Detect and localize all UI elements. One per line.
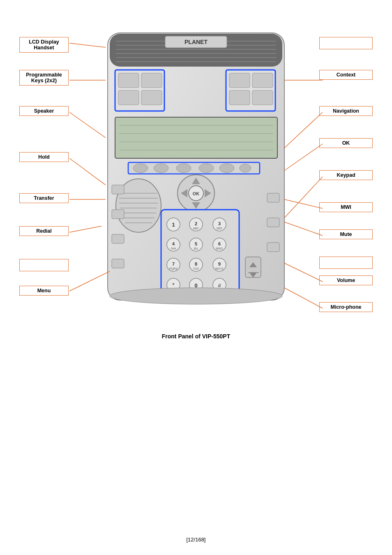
svg-rect-12 <box>141 73 162 88</box>
label-blank-right-mid <box>319 257 373 269</box>
svg-text:7: 7 <box>172 261 175 266</box>
svg-point-29 <box>199 164 214 173</box>
svg-rect-50 <box>112 259 124 268</box>
svg-text:ABC: ABC <box>193 227 199 230</box>
svg-rect-13 <box>118 90 139 105</box>
label-keypad: Keypad <box>319 170 373 180</box>
svg-rect-11 <box>118 73 139 88</box>
svg-text:1: 1 <box>172 222 175 228</box>
svg-point-26 <box>133 164 148 173</box>
label-context: Context <box>319 70 373 80</box>
label-mute: Mute <box>319 229 373 239</box>
label-ok: OK <box>319 138 373 148</box>
svg-text:JKL: JKL <box>194 247 198 250</box>
label-lcd: LCD DisplayHandset <box>19 37 69 53</box>
svg-rect-20 <box>115 117 277 158</box>
svg-text:6: 6 <box>218 241 221 246</box>
svg-rect-49 <box>112 234 124 243</box>
phone-diagram: PLANET <box>75 21 317 317</box>
svg-rect-17 <box>252 73 273 88</box>
svg-text:5: 5 <box>195 241 197 246</box>
label-navigation: Navigation <box>319 106 373 116</box>
svg-rect-18 <box>229 90 250 105</box>
svg-rect-52 <box>267 218 279 227</box>
page-container: LCD DisplayHandset ProgrammableKeys (2x2… <box>0 0 392 555</box>
svg-text:*: * <box>172 282 175 288</box>
svg-point-30 <box>219 164 234 173</box>
label-mwi: MWI <box>319 202 373 212</box>
diagram-caption: Front Panel of VIP-550PT <box>162 333 230 340</box>
label-blank-right-top <box>319 37 373 49</box>
svg-point-31 <box>240 164 251 172</box>
label-volume: Volume <box>319 275 373 285</box>
svg-point-28 <box>176 164 191 173</box>
svg-text:9: 9 <box>218 261 221 266</box>
svg-rect-48 <box>112 210 124 219</box>
svg-rect-16 <box>229 73 250 88</box>
svg-rect-47 <box>112 185 124 194</box>
label-programmable-keys: ProgrammableKeys (2x2) <box>19 70 69 86</box>
svg-rect-53 <box>267 243 279 252</box>
svg-text:TUV: TUV <box>193 267 199 270</box>
svg-text:GHI: GHI <box>171 247 176 250</box>
label-microphone: Micro-phone <box>319 302 373 312</box>
svg-text:DEF: DEF <box>217 227 222 230</box>
svg-text:WXYZ: WXYZ <box>215 267 224 270</box>
svg-rect-51 <box>267 193 279 202</box>
diagram-area: LCD DisplayHandset ProgrammableKeys (2x2… <box>11 16 381 325</box>
svg-text:MNO: MNO <box>216 247 223 250</box>
svg-rect-19 <box>252 90 273 105</box>
svg-text:4: 4 <box>172 241 175 246</box>
svg-text:3: 3 <box>218 221 221 226</box>
label-blank-left <box>19 259 69 271</box>
label-menu: Menu <box>19 286 69 296</box>
label-speaker: Speaker <box>19 106 69 116</box>
label-redial: Redial <box>19 226 69 236</box>
svg-point-27 <box>154 164 168 173</box>
svg-text:PLANET: PLANET <box>184 39 208 45</box>
svg-text:#: # <box>218 282 221 289</box>
svg-point-91 <box>110 288 282 304</box>
svg-rect-14 <box>141 90 162 105</box>
label-hold: Hold <box>19 152 69 162</box>
svg-text:8: 8 <box>195 261 197 266</box>
svg-text:OK: OK <box>193 191 200 196</box>
label-transfer: Transfer <box>19 193 69 203</box>
page-number: [12/168] <box>187 536 206 543</box>
svg-text:PQRS: PQRS <box>169 267 178 271</box>
svg-text:2: 2 <box>195 221 197 226</box>
